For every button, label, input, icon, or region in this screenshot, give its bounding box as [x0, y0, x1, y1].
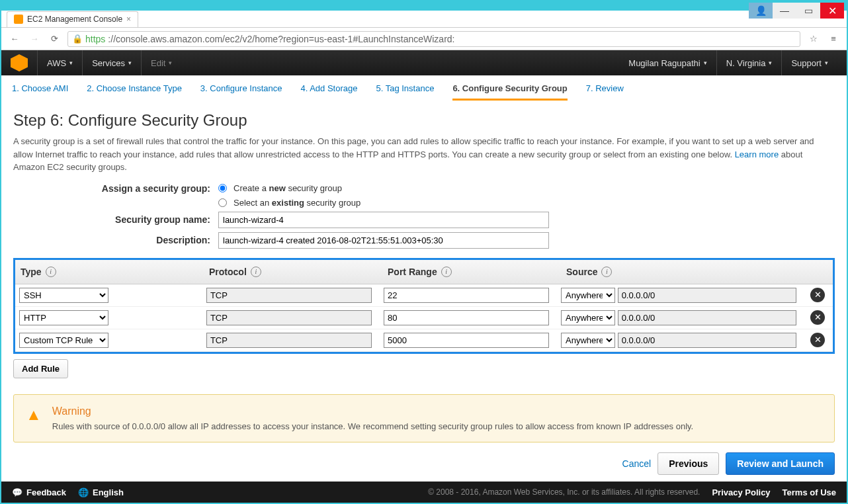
radio-select-existing[interactable] [218, 198, 227, 207]
edit-menu[interactable]: Edit▾ [141, 50, 181, 75]
sg-name-input[interactable] [218, 212, 549, 228]
reload-icon[interactable]: ⟳ [48, 32, 61, 46]
rule-type-select[interactable]: HTTP [19, 310, 108, 325]
forward-icon: → [28, 32, 41, 46]
rule-type-select[interactable]: SSH [19, 288, 108, 303]
language-menu[interactable]: 🌐English [78, 487, 124, 497]
rule-port-input[interactable] [384, 288, 549, 303]
info-icon[interactable]: i [441, 267, 452, 277]
cancel-button[interactable]: Cancel [622, 458, 652, 469]
wizard-tab-configure[interactable]: 3. Configure Instance [200, 83, 282, 101]
page-title: Step 6: Configure Security Group [13, 111, 835, 130]
learn-more-link[interactable]: Learn more [735, 149, 779, 159]
footer: 💬Feedback 🌐English © 2008 - 2016, Amazon… [1, 482, 847, 503]
rule-source-select[interactable]: Anywhere [561, 288, 615, 303]
bookmark-icon[interactable]: ☆ [807, 32, 820, 46]
rule-protocol [206, 288, 372, 303]
wizard-tab-storage[interactable]: 4. Add Storage [300, 83, 357, 101]
region-menu[interactable]: N. Virginia▾ [716, 50, 782, 75]
th-source: Source [566, 267, 597, 277]
tab-title: EC2 Management Console [27, 15, 122, 24]
th-type: Type [21, 267, 42, 277]
sg-desc-input[interactable] [218, 232, 549, 249]
rule-protocol [206, 310, 372, 325]
page-description: A security group is a set of firewall ru… [13, 135, 835, 174]
lock-icon: 🔒 [72, 34, 83, 44]
copyright: © 2008 - 2016, Amazon Web Services, Inc.… [428, 487, 700, 497]
warning-text: Rules with source of 0.0.0.0/0 allow all… [52, 421, 693, 431]
add-rule-button[interactable]: Add Rule [13, 359, 68, 378]
rule-cidr [618, 288, 796, 303]
browser-tab[interactable]: EC2 Management Console × [7, 11, 138, 27]
terms-link[interactable]: Terms of Use [783, 487, 836, 497]
wizard-tab-security[interactable]: 6. Configure Security Group [452, 83, 567, 101]
info-icon[interactable]: i [251, 267, 261, 277]
window-minimize[interactable]: — [773, 3, 796, 19]
rule-protocol [206, 333, 372, 348]
back-icon[interactable]: ← [8, 32, 21, 46]
table-row: HTTPAnywhere ✕ [15, 307, 833, 329]
tab-close-icon[interactable]: × [126, 15, 131, 24]
wizard-tab-ami[interactable]: 1. Choose AMI [12, 83, 68, 101]
aws-favicon-icon [14, 15, 23, 24]
rules-table: Typei Protocoli Port Rangei Sourcei SSHA… [13, 258, 835, 354]
support-menu[interactable]: Support▾ [781, 50, 837, 75]
address-bar[interactable]: 🔒 https://console.aws.amazon.com/ec2/v2/… [67, 31, 800, 47]
delete-rule-icon[interactable]: ✕ [810, 310, 825, 325]
table-row: Custom TCP RuleAnywhere ✕ [15, 329, 833, 352]
rule-cidr [618, 310, 796, 325]
previous-button[interactable]: Previous [657, 452, 719, 475]
menu-icon[interactable]: ≡ [827, 32, 840, 46]
rule-cidr [618, 333, 796, 348]
wizard-tab-review[interactable]: 7. Review [586, 83, 624, 101]
privacy-link[interactable]: Privacy Policy [712, 487, 770, 497]
rule-port-input[interactable] [384, 310, 549, 325]
assign-label: Assign a security group: [13, 183, 218, 194]
wizard-tabs: 1. Choose AMI 2. Choose Instance Type 3.… [1, 75, 847, 101]
window-maximize[interactable]: ▭ [796, 3, 820, 19]
window-close[interactable]: ✕ [820, 3, 844, 19]
rule-source-select[interactable]: Anywhere [561, 333, 615, 348]
rule-source-select[interactable]: Anywhere [561, 310, 615, 325]
aws-menu[interactable]: AWS▾ [37, 50, 82, 75]
url-path: ://console.aws.amazon.com/ec2/v2/home?re… [108, 34, 454, 44]
warning-title: Warning [52, 405, 693, 417]
table-row: SSHAnywhere ✕ [15, 284, 833, 307]
aws-header: AWS▾ Services▾ Edit▾ Mugilan Ragupathi▾ … [1, 50, 847, 75]
sg-name-label: Security group name: [13, 214, 218, 225]
sg-desc-label: Description: [13, 235, 218, 245]
rule-port-input[interactable] [384, 333, 549, 348]
url-protocol: https [85, 34, 105, 44]
info-icon[interactable]: i [601, 267, 612, 277]
user-menu[interactable]: Mugilan Ragupathi▾ [619, 50, 716, 75]
wizard-tab-tag[interactable]: 5. Tag Instance [376, 83, 434, 101]
warning-icon: ▲ [26, 405, 42, 431]
globe-icon: 🌐 [78, 487, 89, 497]
wizard-tab-instance-type[interactable]: 2. Choose Instance Type [87, 83, 182, 101]
review-launch-button[interactable]: Review and Launch [726, 452, 835, 475]
rule-type-select[interactable]: Custom TCP Rule [19, 333, 108, 348]
info-icon[interactable]: i [46, 267, 56, 277]
delete-rule-icon[interactable]: ✕ [810, 288, 825, 302]
th-protocol: Protocol [209, 267, 247, 277]
th-port: Port Range [388, 267, 437, 277]
services-menu[interactable]: Services▾ [82, 50, 141, 75]
feedback-link[interactable]: 💬Feedback [12, 487, 66, 497]
speech-icon: 💬 [12, 487, 22, 497]
aws-logo-icon[interactable] [11, 54, 28, 71]
user-account-icon[interactable]: 👤 [749, 3, 773, 19]
warning-box: ▲ Warning Rules with source of 0.0.0.0/0… [13, 394, 835, 442]
radio-create-new[interactable] [218, 184, 227, 192]
delete-rule-icon[interactable]: ✕ [810, 333, 825, 347]
